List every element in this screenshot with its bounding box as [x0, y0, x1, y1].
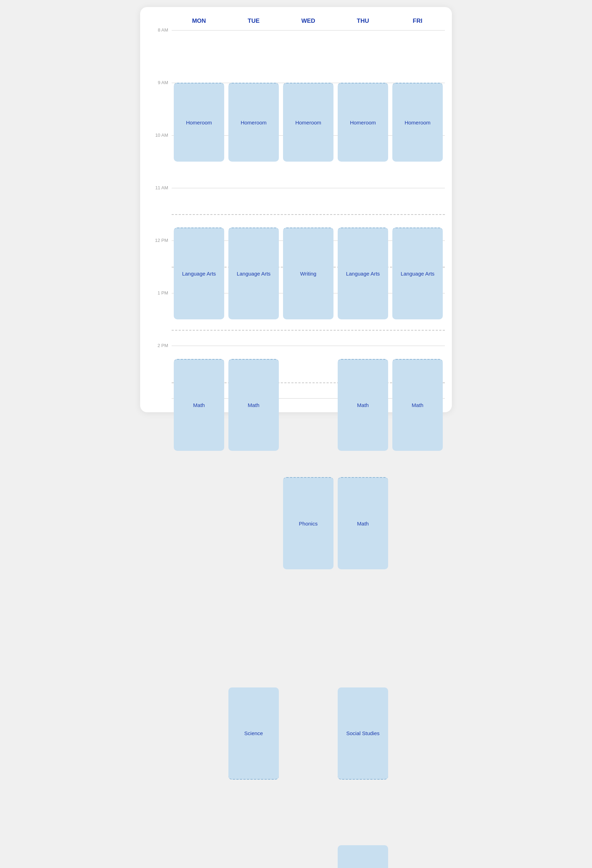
event-block-phonics-14[interactable]: Phonics: [283, 477, 333, 569]
event-block-homeroom-3[interactable]: Homeroom: [338, 83, 388, 162]
event-block-math-13[interactable]: Math: [392, 359, 443, 451]
event-label: Homeroom: [241, 120, 267, 125]
event-block-science-16[interactable]: Science: [228, 688, 279, 779]
event-block-homeroom-4[interactable]: Homeroom: [392, 83, 443, 162]
time-label-2-pm: 2 PM: [158, 343, 168, 348]
event-label: Language Arts: [182, 271, 216, 277]
day-header-tue: TUE: [226, 18, 281, 30]
event-block-math-10[interactable]: Math: [174, 359, 224, 451]
calendar-container: MON TUE WED THU FRI 8 AM9 AM10 AM11 AM12…: [140, 7, 452, 412]
day-column-wed: HomeroomWritingPhonics: [281, 30, 336, 398]
day-header-wed: WED: [281, 18, 336, 30]
time-label-11-am: 11 AM: [155, 186, 168, 190]
time-label-1-pm: 1 PM: [158, 291, 168, 295]
day-column-tue: HomeroomLanguage ArtsMathScience: [226, 30, 281, 398]
event-label: Homeroom: [295, 120, 321, 125]
time-label-9-am: 9 AM: [158, 80, 168, 85]
schedule-body: 8 AM9 AM10 AM11 AM12 PM1 PM2 PM Homeroom…: [147, 30, 445, 398]
event-label: Math: [247, 402, 259, 408]
day-column-fri: HomeroomLanguage ArtsMath: [390, 30, 445, 398]
event-label: Homeroom: [350, 120, 376, 125]
event-label: Phonics: [299, 521, 317, 527]
event-block-language-arts-5[interactable]: Language Arts: [174, 227, 224, 320]
event-block-language-arts-8[interactable]: Language Arts: [338, 227, 388, 320]
event-label: Language Arts: [237, 271, 271, 277]
day-headers: MON TUE WED THU FRI: [147, 18, 445, 30]
event-label: Homeroom: [186, 120, 212, 125]
event-block-homeroom-1[interactable]: Homeroom: [228, 83, 279, 162]
event-label: Language Arts: [401, 271, 435, 277]
event-block-math-15[interactable]: Math: [338, 477, 388, 569]
event-block-math-11[interactable]: Math: [228, 359, 279, 451]
time-label-8-am: 8 AM: [158, 28, 168, 32]
event-block-writing-18[interactable]: Writing: [338, 845, 388, 868]
event-block-math-12[interactable]: Math: [338, 359, 388, 451]
day-column-mon: HomeroomLanguage ArtsMath: [172, 30, 226, 398]
event-label: Language Arts: [346, 271, 380, 277]
time-label-10-am: 10 AM: [155, 133, 168, 137]
event-block-language-arts-9[interactable]: Language Arts: [392, 227, 443, 320]
event-block-homeroom-0[interactable]: Homeroom: [174, 83, 224, 162]
day-header-mon: MON: [172, 18, 226, 30]
event-label: Writing: [300, 271, 316, 277]
event-label: Math: [412, 402, 423, 408]
day-header-fri: FRI: [390, 18, 445, 30]
event-block-language-arts-6[interactable]: Language Arts: [228, 227, 279, 320]
time-label-12-pm: 12 PM: [155, 238, 168, 243]
time-labels: 8 AM9 AM10 AM11 AM12 PM1 PM2 PM: [147, 30, 172, 398]
event-label: Math: [357, 402, 368, 408]
event-label: Homeroom: [405, 120, 430, 125]
event-label: Science: [244, 730, 263, 736]
event-block-homeroom-2[interactable]: Homeroom: [283, 83, 333, 162]
event-label: Social Studies: [346, 730, 379, 736]
event-block-writing-7[interactable]: Writing: [283, 227, 333, 320]
day-column-thu: HomeroomLanguage ArtsMathMathSocial Stud…: [336, 30, 390, 398]
events-area: HomeroomLanguage ArtsMath HomeroomLangua…: [172, 30, 445, 398]
event-label: Math: [193, 402, 205, 408]
event-block-social-studies-17[interactable]: Social Studies: [338, 688, 388, 779]
day-header-thu: THU: [336, 18, 390, 30]
event-label: Math: [357, 521, 368, 527]
